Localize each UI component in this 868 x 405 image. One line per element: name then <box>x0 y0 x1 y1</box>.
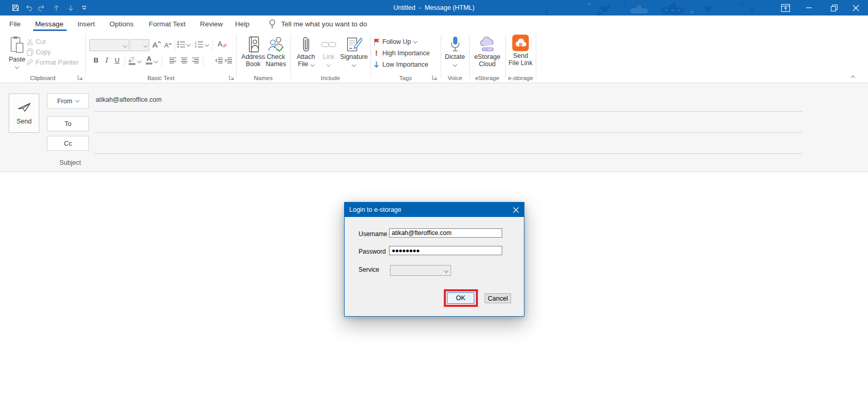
estorage-cloud-icon <box>479 35 496 54</box>
copy-button[interactable]: Copy <box>26 48 51 56</box>
font-name-select[interactable] <box>89 39 129 51</box>
group-e-storage-addin: e Send File Link e-storage <box>505 32 536 83</box>
tags-dialog-launcher[interactable] <box>432 75 437 80</box>
password-label: Password <box>359 248 386 255</box>
address-book-button[interactable]: Address Book <box>240 35 266 68</box>
tab-file[interactable]: File <box>9 20 21 28</box>
check-names-button[interactable]: Check Names <box>263 35 289 68</box>
font-color-caret[interactable] <box>154 59 158 63</box>
group-label-clipboard: Clipboard <box>0 75 85 81</box>
grow-font-button[interactable]: A <box>152 40 158 49</box>
follow-up-flag-icon <box>373 38 380 46</box>
attach-file-icon <box>302 35 311 54</box>
group-label-tags: Tags <box>370 75 441 81</box>
clear-formatting-button[interactable]: A <box>218 40 227 48</box>
high-importance-button[interactable]: ! High Importance <box>373 49 430 57</box>
username-input[interactable]: atikah@fteroffice.com <box>389 228 502 238</box>
tab-format-text[interactable]: Format Text <box>149 20 185 28</box>
attach-file-button[interactable]: Attach File <box>293 35 318 68</box>
dialog-close-icon[interactable] <box>513 207 519 213</box>
lightbulb-icon <box>269 19 276 29</box>
group-label-voice: Voice <box>441 75 469 81</box>
clipboard-dialog-launcher[interactable] <box>78 75 83 80</box>
group-tags: Follow Up ! High Importance Low Importan… <box>370 32 441 83</box>
dictate-button[interactable]: Dictate <box>443 35 467 66</box>
bold-button[interactable]: B <box>94 56 99 64</box>
align-center-button[interactable] <box>181 57 188 64</box>
service-select[interactable] <box>390 265 451 276</box>
send-file-link-button[interactable]: e Send File Link <box>506 34 535 67</box>
numbering-button[interactable]: 123 <box>195 41 203 48</box>
send-file-link-icon: e <box>512 34 529 52</box>
address-book-icon <box>247 35 260 54</box>
collapse-ribbon-button[interactable] <box>851 76 855 80</box>
align-left-button[interactable] <box>169 57 176 64</box>
svg-text:e: e <box>519 41 522 48</box>
tell-me-box[interactable]: Tell me what you want to do <box>281 20 367 28</box>
font-size-select[interactable] <box>130 39 149 51</box>
tab-help[interactable]: Help <box>235 20 250 28</box>
increase-indent-button[interactable] <box>224 57 232 64</box>
cc-field-underline[interactable] <box>94 153 802 154</box>
password-input[interactable]: ●●●●●●●● <box>389 246 502 255</box>
shrink-font-button[interactable]: A <box>164 42 168 49</box>
cut-button[interactable]: Cut <box>26 38 45 46</box>
subject-label[interactable]: Subject <box>59 159 81 166</box>
low-importance-button[interactable]: Low Importance <box>373 60 428 69</box>
from-field-value[interactable]: atikah@afteroffice.com <box>96 96 162 103</box>
tab-review[interactable]: Review <box>200 20 223 28</box>
format-painter-button[interactable]: Format Painter <box>26 58 79 67</box>
italic-button[interactable]: I <box>105 56 107 64</box>
small-separator <box>203 57 204 67</box>
follow-up-button[interactable]: Follow Up <box>373 38 416 46</box>
small-separator <box>162 57 162 67</box>
copy-icon <box>26 49 34 56</box>
high-importance-icon: ! <box>373 50 380 57</box>
group-estorage: eStorage Cloud eStorage <box>469 32 505 83</box>
minimize-button[interactable] <box>800 0 818 15</box>
tab-message[interactable]: Message <box>35 20 64 28</box>
link-button[interactable]: Link <box>318 35 339 66</box>
signature-button[interactable]: Signature <box>339 35 369 66</box>
bullets-button[interactable] <box>177 41 185 48</box>
paste-icon <box>9 35 25 55</box>
ribbon: Paste Cut Copy Format Painter Clipboard … <box>0 32 868 83</box>
highlight-button[interactable] <box>128 56 136 65</box>
service-label: Service <box>359 266 379 273</box>
numbering-caret[interactable] <box>205 42 209 46</box>
send-button[interactable]: Send <box>9 94 39 133</box>
group-label-basic-text: Basic Text <box>86 75 236 81</box>
font-color-button[interactable]: A <box>146 55 152 65</box>
tab-options[interactable]: Options <box>110 20 134 28</box>
from-field-underline[interactable] <box>94 111 802 112</box>
group-label-estorage: eStorage <box>469 75 505 81</box>
small-separator <box>175 40 175 51</box>
cancel-button[interactable]: Cancel <box>485 293 511 303</box>
small-separator <box>212 40 213 51</box>
estorage-cloud-button[interactable]: eStorage Cloud <box>472 35 503 68</box>
link-icon <box>321 35 336 54</box>
from-button[interactable]: From <box>47 94 89 108</box>
low-importance-icon <box>373 61 380 68</box>
group-label-include: Include <box>290 75 370 81</box>
ribbon-tabs: File Message Insert Options Format Text … <box>0 15 868 32</box>
highlight-caret[interactable] <box>137 59 142 63</box>
tab-insert[interactable]: Insert <box>78 20 95 28</box>
align-right-button[interactable] <box>192 57 199 64</box>
underline-button[interactable]: U <box>115 56 119 64</box>
decrease-indent-button[interactable] <box>215 57 223 64</box>
ribbon-display-options-button[interactable] <box>777 0 794 15</box>
close-button[interactable] <box>847 0 864 15</box>
to-field-underline[interactable] <box>94 132 802 133</box>
group-include: Attach File Link Signature Include <box>290 32 370 83</box>
restore-button[interactable] <box>825 0 843 15</box>
to-button[interactable]: To <box>47 116 89 131</box>
bullets-caret[interactable] <box>187 42 191 46</box>
cc-button[interactable]: Cc <box>47 136 89 151</box>
login-dialog-titlebar[interactable]: Login to e-storage <box>345 202 524 217</box>
check-names-icon <box>268 35 284 54</box>
titlebar: Untitled - Message (HTML) <box>0 0 868 15</box>
format-painter-icon <box>26 59 34 66</box>
group-names: Address Book Check Names Names <box>236 32 290 83</box>
basic-text-dialog-launcher[interactable] <box>229 75 234 80</box>
